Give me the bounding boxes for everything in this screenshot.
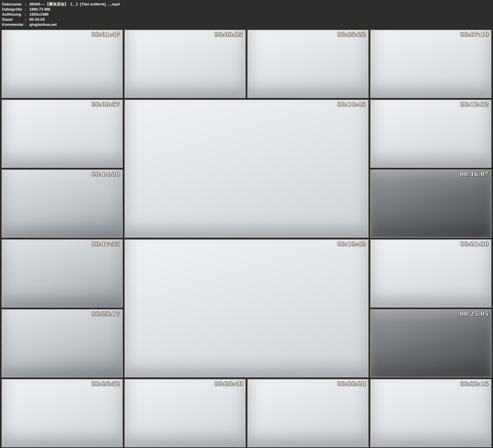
video-thumbnail: 00:05:22	[247, 30, 369, 98]
timestamp-overlay: 00:10:45	[337, 101, 366, 107]
video-thumbnail: 00:21:30	[370, 239, 491, 307]
separator: :	[25, 2, 29, 7]
timestamp-overlay: 00:07:10	[460, 31, 489, 38]
timestamp-overlay: 00:25:05	[460, 311, 489, 317]
comment-row: Kommentar : qinglanhua.net	[2, 22, 493, 27]
timestamp-overlay: 00:30:28	[337, 381, 366, 387]
timestamp-overlay: 00:14:20	[91, 171, 120, 177]
video-thumbnail: 00:26:52	[2, 379, 123, 447]
thumbnail-grid: 00:01:47 00:03:35 00:05:22 00:07:10 00:0…	[2, 30, 491, 447]
video-thumbnail: 00:14:20	[2, 169, 123, 238]
video-thumbnail: 00:17:55	[2, 239, 123, 307]
duration-label: Dauer	[2, 17, 25, 22]
timestamp-overlay: 00:16:07	[460, 171, 489, 177]
timestamp-overlay: 00:12:32	[460, 101, 489, 107]
file-size-value: 1890.73 MB	[29, 7, 493, 12]
comment-label: Kommentar	[2, 22, 25, 27]
resolution-row: Auflösung : 1920x1080	[2, 12, 493, 17]
video-thumbnail: 00:03:35	[124, 30, 246, 98]
comment-value: qinglanhua.net	[29, 22, 493, 27]
file-size-row: Dateigröße : 1890.73 MB	[2, 7, 493, 12]
video-thumbnail: 00:16:07	[370, 169, 491, 238]
timestamp-overlay: 00:05:22	[337, 31, 366, 38]
timestamp-overlay: 00:28:40	[214, 381, 243, 387]
timestamp-overlay: 00:26:52	[91, 381, 120, 387]
separator: :	[25, 22, 29, 27]
video-thumbnail: 00:07:10	[370, 30, 491, 98]
timestamp-overlay: 00:08:57	[91, 101, 120, 107]
video-thumbnail-large: 00:19:42	[124, 239, 369, 377]
separator: :	[25, 12, 29, 17]
video-thumbnail: 00:12:32	[370, 100, 491, 168]
separator: :	[25, 17, 29, 22]
timestamp-overlay: 00:03:35	[214, 31, 243, 38]
file-name-row: Dateiname : 38269----【樱束原创】《…》[Titel ent…	[2, 2, 493, 7]
video-thumbnail: 00:28:40	[124, 379, 246, 447]
timestamp-overlay: 00:32:15	[460, 381, 489, 387]
video-thumbnail: 00:01:47	[2, 30, 123, 98]
duration-row: Dauer : 00:34:03	[2, 17, 493, 22]
timestamp-overlay: 00:19:42	[337, 241, 366, 247]
duration-value: 00:34:03	[29, 17, 493, 22]
timestamp-overlay: 00:23:17	[91, 311, 120, 317]
resolution-label: Auflösung	[2, 12, 25, 17]
video-thumbnail: 00:32:15	[370, 379, 491, 447]
timestamp-overlay: 00:21:30	[460, 241, 489, 247]
file-name-label: Dateiname	[2, 2, 25, 7]
resolution-value: 1920x1080	[29, 12, 493, 17]
file-size-label: Dateigröße	[2, 7, 25, 12]
video-thumbnail: 00:08:57	[2, 100, 123, 168]
video-thumbnail: 00:25:05	[370, 309, 491, 377]
video-thumbnail: 00:23:17	[2, 309, 123, 377]
timestamp-overlay: 00:17:55	[91, 241, 120, 247]
timestamp-overlay: 00:01:47	[91, 31, 120, 38]
separator: :	[25, 7, 29, 12]
file-name-value: 38269----【樱束原创】《…》[Titel entfernt] ….mp4	[29, 2, 493, 7]
contact-sheet: Dateiname : 38269----【樱束原创】《…》[Titel ent…	[0, 0, 493, 448]
video-thumbnail: 00:30:28	[247, 379, 369, 447]
video-thumbnail-large: 00:10:45	[124, 100, 369, 238]
file-info-header: Dateiname : 38269----【樱束原创】《…》[Titel ent…	[0, 0, 493, 28]
